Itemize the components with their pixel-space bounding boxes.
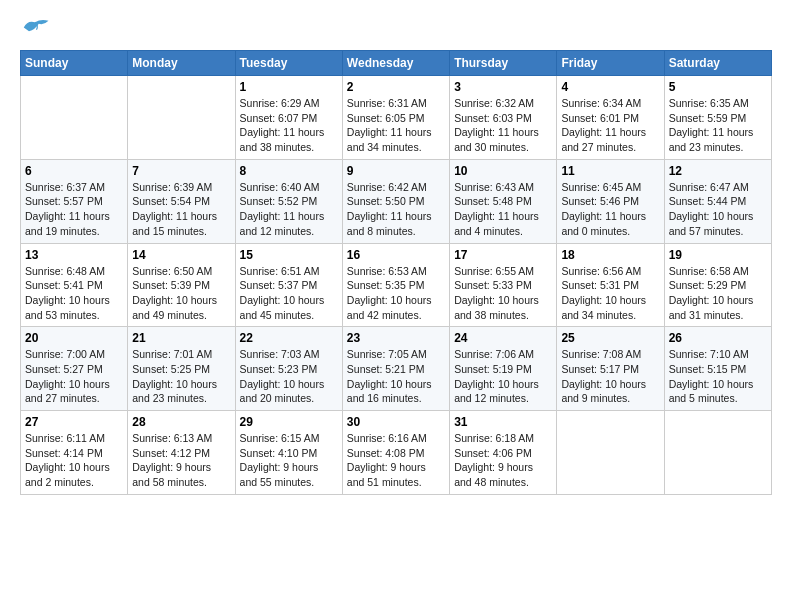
calendar-cell: 28Sunrise: 6:13 AM Sunset: 4:12 PM Dayli…	[128, 411, 235, 495]
calendar-cell: 3Sunrise: 6:32 AM Sunset: 6:03 PM Daylig…	[450, 76, 557, 160]
day-number: 26	[669, 331, 767, 345]
calendar-header: SundayMondayTuesdayWednesdayThursdayFrid…	[21, 51, 772, 76]
weekday-header-wednesday: Wednesday	[342, 51, 449, 76]
day-content: Sunrise: 6:43 AM Sunset: 5:48 PM Dayligh…	[454, 180, 552, 239]
day-content: Sunrise: 7:00 AM Sunset: 5:27 PM Dayligh…	[25, 347, 123, 406]
calendar-cell	[664, 411, 771, 495]
calendar-cell: 10Sunrise: 6:43 AM Sunset: 5:48 PM Dayli…	[450, 159, 557, 243]
calendar-container: SundayMondayTuesdayWednesdayThursdayFrid…	[0, 0, 792, 505]
calendar-cell: 17Sunrise: 6:55 AM Sunset: 5:33 PM Dayli…	[450, 243, 557, 327]
day-number: 19	[669, 248, 767, 262]
day-content: Sunrise: 6:39 AM Sunset: 5:54 PM Dayligh…	[132, 180, 230, 239]
weekday-header-sunday: Sunday	[21, 51, 128, 76]
day-content: Sunrise: 6:37 AM Sunset: 5:57 PM Dayligh…	[25, 180, 123, 239]
weekday-header-row: SundayMondayTuesdayWednesdayThursdayFrid…	[21, 51, 772, 76]
day-number: 27	[25, 415, 123, 429]
day-content: Sunrise: 7:10 AM Sunset: 5:15 PM Dayligh…	[669, 347, 767, 406]
day-number: 25	[561, 331, 659, 345]
calendar-cell: 16Sunrise: 6:53 AM Sunset: 5:35 PM Dayli…	[342, 243, 449, 327]
calendar-cell: 6Sunrise: 6:37 AM Sunset: 5:57 PM Daylig…	[21, 159, 128, 243]
day-number: 23	[347, 331, 445, 345]
day-content: Sunrise: 7:03 AM Sunset: 5:23 PM Dayligh…	[240, 347, 338, 406]
day-number: 4	[561, 80, 659, 94]
calendar-cell: 9Sunrise: 6:42 AM Sunset: 5:50 PM Daylig…	[342, 159, 449, 243]
calendar-cell: 13Sunrise: 6:48 AM Sunset: 5:41 PM Dayli…	[21, 243, 128, 327]
day-content: Sunrise: 6:18 AM Sunset: 4:06 PM Dayligh…	[454, 431, 552, 490]
day-number: 14	[132, 248, 230, 262]
calendar-cell: 30Sunrise: 6:16 AM Sunset: 4:08 PM Dayli…	[342, 411, 449, 495]
day-content: Sunrise: 6:55 AM Sunset: 5:33 PM Dayligh…	[454, 264, 552, 323]
calendar-cell: 27Sunrise: 6:11 AM Sunset: 4:14 PM Dayli…	[21, 411, 128, 495]
weekday-header-friday: Friday	[557, 51, 664, 76]
day-content: Sunrise: 6:42 AM Sunset: 5:50 PM Dayligh…	[347, 180, 445, 239]
day-content: Sunrise: 6:35 AM Sunset: 5:59 PM Dayligh…	[669, 96, 767, 155]
day-content: Sunrise: 6:40 AM Sunset: 5:52 PM Dayligh…	[240, 180, 338, 239]
calendar-cell: 2Sunrise: 6:31 AM Sunset: 6:05 PM Daylig…	[342, 76, 449, 160]
day-content: Sunrise: 7:08 AM Sunset: 5:17 PM Dayligh…	[561, 347, 659, 406]
logo	[20, 15, 53, 40]
calendar-cell: 5Sunrise: 6:35 AM Sunset: 5:59 PM Daylig…	[664, 76, 771, 160]
day-number: 18	[561, 248, 659, 262]
day-number: 22	[240, 331, 338, 345]
day-number: 12	[669, 164, 767, 178]
day-content: Sunrise: 6:31 AM Sunset: 6:05 PM Dayligh…	[347, 96, 445, 155]
day-number: 29	[240, 415, 338, 429]
day-content: Sunrise: 6:15 AM Sunset: 4:10 PM Dayligh…	[240, 431, 338, 490]
day-number: 21	[132, 331, 230, 345]
calendar-body: 1Sunrise: 6:29 AM Sunset: 6:07 PM Daylig…	[21, 76, 772, 495]
day-content: Sunrise: 6:53 AM Sunset: 5:35 PM Dayligh…	[347, 264, 445, 323]
calendar-cell	[557, 411, 664, 495]
day-number: 15	[240, 248, 338, 262]
day-number: 16	[347, 248, 445, 262]
calendar-cell	[128, 76, 235, 160]
day-content: Sunrise: 7:06 AM Sunset: 5:19 PM Dayligh…	[454, 347, 552, 406]
calendar-cell: 20Sunrise: 7:00 AM Sunset: 5:27 PM Dayli…	[21, 327, 128, 411]
calendar-cell: 24Sunrise: 7:06 AM Sunset: 5:19 PM Dayli…	[450, 327, 557, 411]
day-content: Sunrise: 6:48 AM Sunset: 5:41 PM Dayligh…	[25, 264, 123, 323]
day-content: Sunrise: 7:05 AM Sunset: 5:21 PM Dayligh…	[347, 347, 445, 406]
day-number: 13	[25, 248, 123, 262]
calendar-cell: 29Sunrise: 6:15 AM Sunset: 4:10 PM Dayli…	[235, 411, 342, 495]
weekday-header-thursday: Thursday	[450, 51, 557, 76]
calendar-week-row: 13Sunrise: 6:48 AM Sunset: 5:41 PM Dayli…	[21, 243, 772, 327]
day-content: Sunrise: 6:11 AM Sunset: 4:14 PM Dayligh…	[25, 431, 123, 490]
day-content: Sunrise: 6:16 AM Sunset: 4:08 PM Dayligh…	[347, 431, 445, 490]
day-number: 8	[240, 164, 338, 178]
day-content: Sunrise: 7:01 AM Sunset: 5:25 PM Dayligh…	[132, 347, 230, 406]
day-content: Sunrise: 6:51 AM Sunset: 5:37 PM Dayligh…	[240, 264, 338, 323]
calendar-week-row: 1Sunrise: 6:29 AM Sunset: 6:07 PM Daylig…	[21, 76, 772, 160]
calendar-week-row: 20Sunrise: 7:00 AM Sunset: 5:27 PM Dayli…	[21, 327, 772, 411]
calendar-cell: 1Sunrise: 6:29 AM Sunset: 6:07 PM Daylig…	[235, 76, 342, 160]
day-content: Sunrise: 6:34 AM Sunset: 6:01 PM Dayligh…	[561, 96, 659, 155]
day-number: 28	[132, 415, 230, 429]
day-content: Sunrise: 6:32 AM Sunset: 6:03 PM Dayligh…	[454, 96, 552, 155]
day-number: 2	[347, 80, 445, 94]
day-number: 5	[669, 80, 767, 94]
calendar-cell: 7Sunrise: 6:39 AM Sunset: 5:54 PM Daylig…	[128, 159, 235, 243]
calendar-cell: 18Sunrise: 6:56 AM Sunset: 5:31 PM Dayli…	[557, 243, 664, 327]
calendar-week-row: 6Sunrise: 6:37 AM Sunset: 5:57 PM Daylig…	[21, 159, 772, 243]
day-number: 3	[454, 80, 552, 94]
day-number: 20	[25, 331, 123, 345]
calendar-cell: 4Sunrise: 6:34 AM Sunset: 6:01 PM Daylig…	[557, 76, 664, 160]
day-number: 9	[347, 164, 445, 178]
day-content: Sunrise: 6:56 AM Sunset: 5:31 PM Dayligh…	[561, 264, 659, 323]
day-content: Sunrise: 6:45 AM Sunset: 5:46 PM Dayligh…	[561, 180, 659, 239]
day-number: 10	[454, 164, 552, 178]
weekday-header-monday: Monday	[128, 51, 235, 76]
day-number: 1	[240, 80, 338, 94]
weekday-header-tuesday: Tuesday	[235, 51, 342, 76]
calendar-cell: 31Sunrise: 6:18 AM Sunset: 4:06 PM Dayli…	[450, 411, 557, 495]
calendar-table: SundayMondayTuesdayWednesdayThursdayFrid…	[20, 50, 772, 495]
calendar-week-row: 27Sunrise: 6:11 AM Sunset: 4:14 PM Dayli…	[21, 411, 772, 495]
calendar-cell: 14Sunrise: 6:50 AM Sunset: 5:39 PM Dayli…	[128, 243, 235, 327]
day-content: Sunrise: 6:13 AM Sunset: 4:12 PM Dayligh…	[132, 431, 230, 490]
day-number: 24	[454, 331, 552, 345]
calendar-cell: 11Sunrise: 6:45 AM Sunset: 5:46 PM Dayli…	[557, 159, 664, 243]
calendar-cell: 21Sunrise: 7:01 AM Sunset: 5:25 PM Dayli…	[128, 327, 235, 411]
weekday-header-saturday: Saturday	[664, 51, 771, 76]
day-number: 17	[454, 248, 552, 262]
calendar-cell	[21, 76, 128, 160]
day-content: Sunrise: 6:58 AM Sunset: 5:29 PM Dayligh…	[669, 264, 767, 323]
calendar-cell: 22Sunrise: 7:03 AM Sunset: 5:23 PM Dayli…	[235, 327, 342, 411]
